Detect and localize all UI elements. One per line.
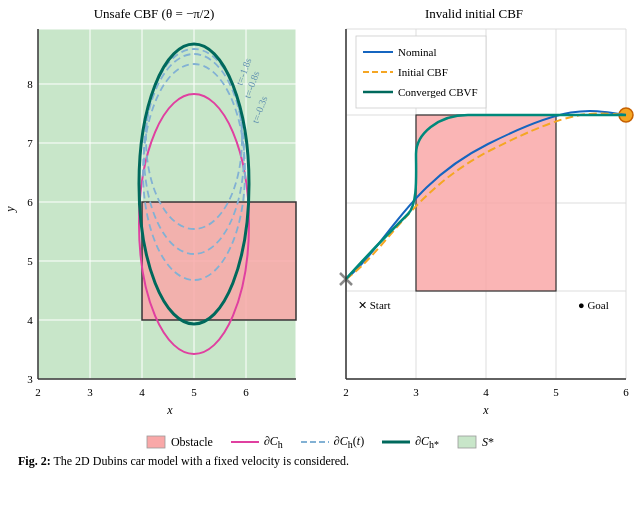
left-xtick-2: 2 xyxy=(35,386,41,398)
legend-sstar-label: S* xyxy=(482,435,494,450)
left-plot-svg: t=-1.8s t=-0.8s t=-0.3s 2 3 4 5 6 x 3 4 … xyxy=(0,24,308,424)
right-legend-nominal-label: Nominal xyxy=(398,46,437,58)
right-legend-converged-label: Converged CBVF xyxy=(398,86,478,98)
right-plot-title: Invalid initial CBF xyxy=(308,0,640,24)
legend-sstar: S* xyxy=(457,435,494,450)
legend-obstacle-label: Obstacle xyxy=(171,435,213,450)
legend-chstar: ∂Ch* xyxy=(382,434,439,450)
main-container: Unsafe CBF (θ = −π/2) xyxy=(0,0,640,528)
left-xlabel: x xyxy=(166,403,173,417)
right-legend-initial-label: Initial CBF xyxy=(398,66,448,78)
legend-sstar-icon xyxy=(457,435,477,449)
right-xtick-3: 3 xyxy=(413,386,419,398)
right-start-label: ✕ Start xyxy=(358,299,391,311)
legend-chstar-label: ∂Ch* xyxy=(415,434,439,450)
legend-cht-label: ∂Ch(t) xyxy=(334,434,364,450)
left-ytick-6: 6 xyxy=(27,196,33,208)
bottom-legend: Obstacle ∂Ch ∂Ch(t) ∂Ch* S* xyxy=(0,430,640,452)
left-ylabel: y xyxy=(3,206,17,213)
left-ytick-4: 4 xyxy=(27,314,33,326)
left-plot-container: Unsafe CBF (θ = −π/2) xyxy=(0,0,308,430)
svg-rect-29 xyxy=(458,436,476,448)
legend-obstacle-icon xyxy=(146,435,166,449)
legend-cht: ∂Ch(t) xyxy=(301,434,364,450)
left-ytick-8: 8 xyxy=(27,78,33,90)
right-xtick-5: 5 xyxy=(553,386,559,398)
left-plot-title: Unsafe CBF (θ = −π/2) xyxy=(0,0,308,24)
right-xlabel: x xyxy=(482,403,489,417)
right-plot-container: Invalid initial CBF xyxy=(308,0,640,430)
legend-obstacle: Obstacle xyxy=(146,435,213,450)
legend-cht-icon xyxy=(301,435,329,449)
left-xtick-5: 5 xyxy=(191,386,197,398)
right-plot-svg: Nominal Initial CBF Converged CBVF ✕ Sta… xyxy=(308,24,640,424)
left-xtick-3: 3 xyxy=(87,386,93,398)
legend-ch: ∂Ch xyxy=(231,434,283,450)
right-goal-label: ● Goal xyxy=(578,299,609,311)
left-xtick-4: 4 xyxy=(139,386,145,398)
left-ytick-3: 3 xyxy=(27,373,33,385)
left-ytick-7: 7 xyxy=(27,137,33,149)
left-ytick-5: 5 xyxy=(27,255,33,267)
figure-caption: Fig. 2: The 2D Dubins car model with a f… xyxy=(0,452,640,471)
legend-ch-label: ∂Ch xyxy=(264,434,283,450)
legend-chstar-icon xyxy=(382,435,410,449)
right-xtick-4: 4 xyxy=(483,386,489,398)
legend-ch-icon xyxy=(231,435,259,449)
right-xtick-2: 2 xyxy=(343,386,349,398)
right-obstacle xyxy=(416,115,556,291)
svg-rect-25 xyxy=(147,436,165,448)
right-xtick-6: 6 xyxy=(623,386,629,398)
plots-row: Unsafe CBF (θ = −π/2) xyxy=(0,0,640,430)
left-xtick-6: 6 xyxy=(243,386,249,398)
